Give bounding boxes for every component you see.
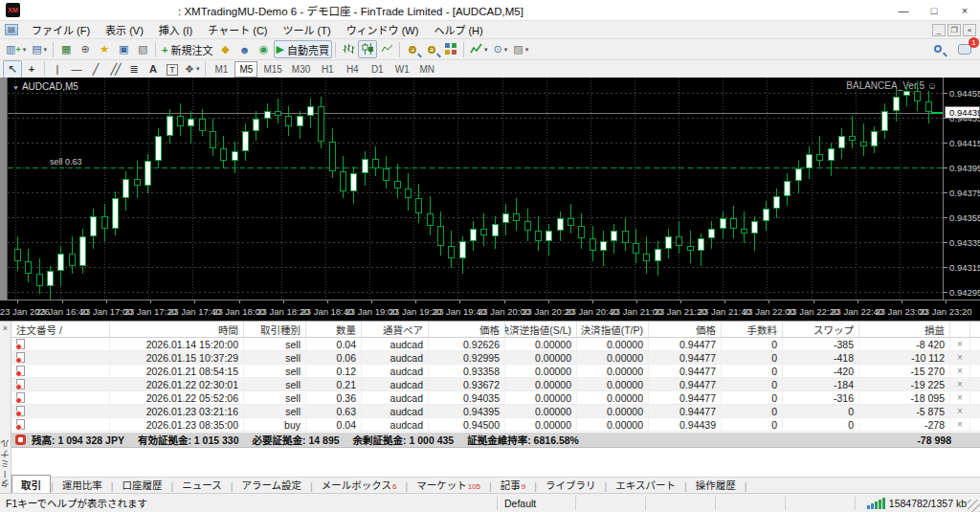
tab-2[interactable]: 口座履歴: [113, 476, 170, 494]
chart-symbol-label[interactable]: ▼AUDCAD,M5: [12, 81, 78, 92]
time-axis[interactable]: 23 Jan 202623 Jan 16:4023 Jan 17:0023 Ja…: [0, 300, 980, 321]
templates-button[interactable]: ▨▾: [510, 40, 531, 58]
new-chart-button[interactable]: ▥+▾: [3, 40, 29, 58]
metaeditor-button[interactable]: ◆: [216, 40, 235, 58]
table-row[interactable]: 2026.01.23 08:35:00buy0.04audcad0.945000…: [11, 418, 980, 432]
menu-view[interactable]: 表示 (V): [98, 20, 151, 39]
text-button[interactable]: A: [144, 60, 163, 78]
timeframe-m30-button[interactable]: M30: [288, 61, 314, 78]
tab-trade[interactable]: 取引: [11, 475, 51, 494]
table-row[interactable]: 2026.01.15 10:37:29sell0.06audcad0.92995…: [11, 351, 980, 365]
tab-8[interactable]: ライブラリ: [537, 476, 605, 494]
navigator-button[interactable]: ★: [95, 40, 114, 58]
chart-line-button[interactable]: [377, 40, 396, 58]
toolbox-button[interactable]: ▣: [114, 40, 133, 58]
menu-help[interactable]: ヘルプ (H): [426, 20, 490, 39]
shapes-button[interactable]: ❖▾: [182, 60, 202, 78]
column-header[interactable]: 価格: [429, 322, 505, 337]
minimize-button[interactable]: —: [888, 0, 919, 21]
tab-5[interactable]: メールボックス6: [313, 476, 406, 494]
column-header[interactable]: [950, 322, 970, 337]
column-header[interactable]: 決済指値(T/P): [577, 322, 649, 337]
menu-window[interactable]: ウィンドウ (W): [339, 20, 427, 39]
tile-windows-button[interactable]: [441, 40, 460, 58]
bid-price-box[interactable]: 0.94439: [945, 106, 980, 119]
signals-button[interactable]: ◉: [255, 40, 274, 58]
tab-1[interactable]: 運用比率: [54, 476, 111, 494]
timeframe-m5-button[interactable]: M5: [234, 61, 257, 78]
timeframe-h4-button[interactable]: H4: [341, 61, 364, 78]
strategy-tester-button[interactable]: ▧: [133, 40, 152, 58]
column-header[interactable]: 数量: [306, 322, 362, 337]
column-header[interactable]: 通貨ペア: [362, 322, 429, 337]
horizontal-line-button[interactable]: —: [67, 60, 86, 78]
close-position-icon[interactable]: ×: [957, 366, 963, 376]
column-header[interactable]: 価格: [649, 322, 722, 337]
market-watch-button[interactable]: ▦: [56, 40, 76, 58]
close-position-icon[interactable]: ×: [957, 419, 963, 430]
community-button[interactable]: ☻: [235, 40, 255, 58]
equidistant-channel-button[interactable]: ╱╱: [105, 60, 124, 78]
menu-insert[interactable]: 挿入 (I): [151, 20, 200, 39]
timeframe-d1-button[interactable]: D1: [366, 61, 389, 78]
tab-4[interactable]: アラーム設定: [233, 476, 310, 494]
column-header[interactable]: 損益: [859, 322, 950, 337]
chart-bars-button[interactable]: [339, 40, 358, 58]
chart-window[interactable]: ▼AUDCAD,M5 BALANCEA_Ver.5 ☺ sell 0.63 0.…: [0, 78, 980, 321]
data-window-button[interactable]: ⊕: [76, 40, 95, 58]
close-button[interactable]: ×: [949, 0, 980, 21]
close-position-icon[interactable]: ×: [957, 339, 963, 349]
table-row[interactable]: 2026.01.22 02:30:01sell0.21audcad0.93672…: [11, 378, 980, 391]
periods-button[interactable]: ⊙▾: [491, 40, 511, 58]
terminal-close-icon[interactable]: ×: [3, 323, 8, 333]
close-position-icon[interactable]: ×: [957, 379, 963, 390]
zoom-in-button[interactable]: +: [403, 40, 422, 58]
tab-6[interactable]: マーケット105: [408, 476, 489, 494]
cursor-button[interactable]: ↖: [3, 60, 22, 78]
zoom-out-button[interactable]: −: [422, 40, 441, 58]
column-header[interactable]: スワップ: [783, 322, 859, 337]
table-row[interactable]: 2026.01.21 08:54:15sell0.12audcad0.93358…: [11, 365, 980, 378]
notifications-icon[interactable]: 1: [955, 40, 974, 58]
menu-file[interactable]: ファイル (F): [24, 20, 98, 39]
timeframe-mn-button[interactable]: MN: [415, 61, 438, 78]
menu-tools[interactable]: ツール (T): [276, 20, 339, 39]
table-row[interactable]: 2026.01.23 03:21:16sell0.63audcad0.94395…: [11, 405, 980, 418]
menu-chart[interactable]: チャート (C): [200, 20, 275, 39]
vertical-line-button[interactable]: |: [48, 60, 67, 78]
close-position-icon[interactable]: ×: [957, 406, 963, 416]
close-position-icon[interactable]: ×: [957, 392, 963, 403]
column-header[interactable]: 注文番号 /: [11, 322, 110, 337]
table-row[interactable]: 2026.01.22 05:52:06sell0.36audcad0.94035…: [11, 391, 980, 405]
indicators-button[interactable]: ▾: [467, 40, 491, 58]
profiles-button[interactable]: ▤▾: [29, 40, 50, 58]
trendline-button[interactable]: ╱: [86, 60, 105, 78]
maximize-button[interactable]: □: [919, 0, 949, 21]
mdi-close-button[interactable]: ×: [963, 24, 976, 36]
label-button[interactable]: T: [163, 60, 182, 78]
new-order-button[interactable]: +新規注文: [159, 40, 215, 58]
column-header[interactable]: 手数料: [722, 322, 783, 337]
timeframe-h1-button[interactable]: H1: [316, 61, 339, 78]
tab-3[interactable]: ニュース: [173, 476, 230, 494]
tab-7[interactable]: 記事9: [492, 476, 534, 494]
price-axis[interactable]: 0.944550.944350.944150.943950.943750.943…: [943, 78, 980, 321]
timeframe-m15-button[interactable]: M15: [259, 61, 285, 78]
crosshair-button[interactable]: +: [22, 60, 41, 78]
tab-9[interactable]: エキスパート: [607, 476, 684, 494]
column-header[interactable]: 決済逆指値(S/L): [505, 322, 577, 337]
fibonacci-button[interactable]: ≣: [124, 60, 144, 78]
tab-10[interactable]: 操作履歴: [687, 476, 745, 494]
chart-candles-button[interactable]: [358, 40, 377, 58]
status-profile[interactable]: Default: [504, 498, 536, 509]
close-position-icon[interactable]: ×: [957, 352, 963, 363]
mdi-restore-button[interactable]: ❐: [947, 24, 961, 36]
timeframe-m1-button[interactable]: M1: [210, 61, 233, 78]
table-row[interactable]: 2026.01.14 15:20:00sell0.04audcad0.92626…: [11, 338, 980, 351]
candlestick-plot[interactable]: ▼AUDCAD,M5 BALANCEA_Ver.5 ☺ sell 0.63: [8, 78, 943, 300]
timeframe-w1-button[interactable]: W1: [390, 61, 413, 78]
resize-grip[interactable]: [968, 500, 980, 512]
search-icon[interactable]: [928, 40, 947, 58]
mdi-minimize-button[interactable]: _: [932, 24, 946, 36]
autotrading-button[interactable]: ▶自動売買: [274, 40, 332, 58]
